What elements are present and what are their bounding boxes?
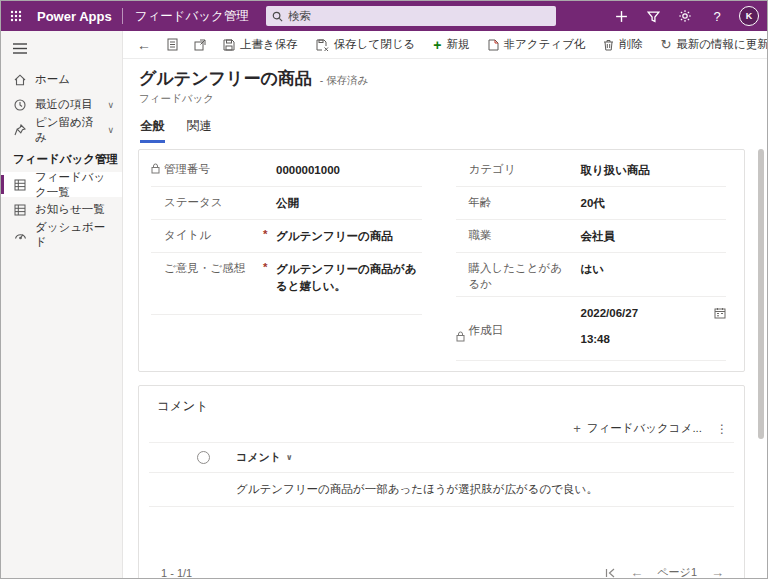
deactivate-icon [488, 39, 499, 51]
field-value[interactable]: グルテンフリーの商品 [276, 228, 422, 245]
avatar: K [739, 6, 759, 26]
required-marker: * [263, 261, 276, 273]
pager: ← ページ1 → [605, 565, 724, 578]
add-icon[interactable] [607, 2, 635, 30]
sidebar-collapse-button[interactable] [1, 35, 122, 61]
sidebar-item-pinned[interactable]: ピン留め済み ∨ [1, 117, 122, 142]
lock-icon [151, 163, 160, 174]
tab-general[interactable]: 全般 [140, 118, 165, 143]
form-body: 管理番号 0000001000 ステータス 公開 タイトル * [123, 143, 767, 578]
field-value[interactable]: 0000001000 [276, 162, 422, 179]
sidebar-item-dashboard[interactable]: ダッシュボード [1, 222, 122, 247]
calendar-icon[interactable] [714, 307, 726, 319]
app-name[interactable]: フィードバック管理 [135, 8, 249, 25]
save-button[interactable]: 上書き保存 [215, 33, 306, 57]
column-header-comment[interactable]: コメント ∨ [236, 450, 293, 465]
sidebar-item-label: ホーム [35, 72, 70, 87]
field-opinion: ご意見・ご感想 * グルテンフリーの商品があると嬉しい。 [151, 253, 422, 315]
field-label: 年齢 [469, 195, 492, 211]
save-and-close-button[interactable]: 保存して閉じる [308, 33, 424, 57]
field-value[interactable]: 取り扱い商品 [581, 162, 727, 179]
account-avatar[interactable]: K [735, 2, 763, 30]
created-date: 2022/06/27 [581, 305, 727, 322]
add-feedback-comment-button[interactable]: + フィードバックコメ... [573, 421, 702, 436]
required-marker: * [263, 228, 276, 240]
field-category: カテゴリ 取り扱い商品 [456, 154, 727, 187]
chevron-down-icon: ∨ [107, 125, 114, 135]
global-search[interactable] [266, 6, 556, 26]
field-status: ステータス 公開 [151, 187, 422, 220]
field-age: 年齢 20代 [456, 187, 727, 220]
select-all-checkbox[interactable] [197, 451, 210, 464]
vertical-scrollbar[interactable] [758, 149, 764, 568]
entity-name: フィードバック [139, 92, 767, 106]
refresh-button[interactable]: ↻ 最新の情報に更新 [652, 33, 768, 57]
page-number-label: ページ1 [657, 565, 697, 578]
previous-page-icon[interactable]: ← [630, 565, 643, 578]
comments-section-card: コメント + フィードバックコメ... ⋮ コメント ∨ [138, 385, 745, 578]
sidebar-section-header: フィードバック管理 [1, 146, 122, 172]
topbar-actions: ? K [607, 1, 763, 31]
settings-gear-icon[interactable] [671, 2, 699, 30]
more-commands-icon[interactable]: ⋮ [712, 422, 732, 436]
help-icon[interactable]: ? [703, 2, 731, 30]
field-purchased: 購入したことがあるか はい [456, 253, 727, 297]
scrollbar-thumb[interactable] [758, 149, 764, 439]
form-right-column: カテゴリ 取り扱い商品 年齢 20代 職業 会社員 [456, 154, 727, 361]
popout-icon[interactable] [187, 33, 213, 57]
dashboard-icon [13, 229, 27, 241]
lock-icon [456, 331, 465, 342]
field-value[interactable]: 公開 [276, 195, 422, 212]
trash-icon [603, 39, 614, 51]
comments-grid-header: コメント ∨ [149, 443, 734, 473]
first-page-icon[interactable] [605, 568, 616, 578]
filter-icon[interactable] [639, 2, 667, 30]
field-label: 購入したことがあるか [469, 261, 568, 292]
next-page-icon[interactable]: → [711, 565, 724, 578]
home-icon [13, 74, 27, 86]
sidebar-item-feedback-list[interactable]: フィードバック一覧 [1, 172, 122, 197]
record-header: グルテンフリーの商品 - 保存済み フィードバック [123, 59, 767, 106]
form-left-column: 管理番号 0000001000 ステータス 公開 タイトル * [151, 154, 422, 361]
tab-related[interactable]: 関連 [187, 118, 212, 143]
sidebar-item-news-list[interactable]: お知らせ一覧 [1, 197, 122, 222]
new-button[interactable]: + 新規 [425, 33, 477, 57]
delete-button[interactable]: 削除 [595, 33, 650, 57]
waffle-menu-icon[interactable] [1, 1, 31, 31]
general-section-card: 管理番号 0000001000 ステータス 公開 タイトル * [138, 149, 745, 372]
pin-icon [13, 124, 27, 136]
field-label: ステータス [164, 195, 223, 211]
field-value[interactable]: グルテンフリーの商品があると嬉しい。 [276, 261, 422, 294]
field-value[interactable]: はい [581, 261, 727, 278]
record-set-icon[interactable] [159, 33, 185, 57]
sidebar-item-label: お知らせ一覧 [35, 202, 105, 217]
field-label: 職業 [469, 228, 492, 244]
refresh-icon: ↻ [660, 37, 671, 52]
record-range: 1 - 1/1 [161, 567, 192, 578]
brand-logo-text[interactable]: Power Apps [37, 9, 112, 24]
command-bar: ← 上書き保存 保存して閉じる + 新規 [123, 31, 767, 59]
field-created-on: 作成日 2022/06/27 13:48 [456, 297, 727, 361]
field-label: 作成日 [469, 323, 504, 339]
page-title: グルテンフリーの商品 [139, 67, 312, 90]
sidebar-nav: ホーム 最近の項目 ∨ ピン留め済み ∨ フィードバック管理 [1, 31, 123, 578]
sidebar-item-recent[interactable]: 最近の項目 ∨ [1, 92, 122, 117]
deactivate-button[interactable]: 非アクティブ化 [480, 33, 594, 57]
sidebar-item-label: ダッシュボード [35, 220, 114, 250]
back-button[interactable]: ← [131, 33, 157, 57]
chevron-down-icon: ∨ [107, 100, 114, 110]
search-input[interactable] [288, 10, 550, 22]
field-value[interactable]: 2022/06/27 13:48 [581, 305, 727, 356]
sidebar-item-home[interactable]: ホーム [1, 67, 122, 92]
field-value[interactable]: 20代 [581, 195, 727, 212]
topbar-divider [122, 8, 123, 24]
comment-row[interactable]: グルテンフリーの商品が一部あったほうが選択肢が広がるので良い。 [149, 473, 734, 507]
field-title: タイトル * グルテンフリーの商品 [151, 220, 422, 253]
save-icon [223, 39, 235, 51]
field-value[interactable]: 会社員 [581, 228, 727, 245]
field-label: ご意見・ご感想 [164, 261, 245, 277]
clock-icon [13, 99, 27, 111]
hamburger-icon [13, 43, 27, 54]
comments-footer: 1 - 1/1 ← ページ1 → [149, 565, 734, 578]
field-management-number: 管理番号 0000001000 [151, 154, 422, 187]
